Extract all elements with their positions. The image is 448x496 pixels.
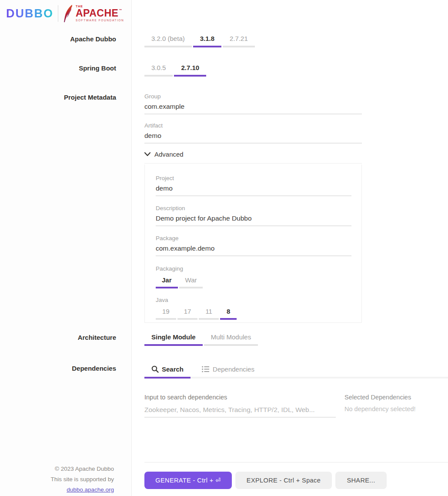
- architecture-tab-single-module[interactable]: Single Module: [144, 331, 203, 346]
- dependencies-tabbar: Search Dependencies: [144, 362, 448, 379]
- java-label: Java: [156, 297, 351, 303]
- selected-dependencies-empty-text: No dependency selected!: [344, 406, 445, 412]
- package-field-wrap: Package: [156, 235, 351, 256]
- architecture-tabs: Single Module Multi Modules: [144, 331, 258, 346]
- spring-boot-tab-305[interactable]: 3.0.5: [144, 61, 173, 77]
- description-label: Description: [156, 205, 351, 211]
- dubbo-logo: DUBBO: [6, 7, 53, 20]
- section-label-project-metadata: Project Metadata: [64, 94, 116, 101]
- dubbo-version-tab-2721[interactable]: 2.7.21: [223, 32, 255, 47]
- advanced-label: Advanced: [154, 151, 184, 158]
- search-icon: [151, 365, 159, 373]
- dependencies-tab-dependencies-label: Dependencies: [213, 365, 254, 373]
- project-label: Project: [156, 175, 351, 181]
- spring-boot-tab-2710[interactable]: 2.7.10: [174, 61, 206, 77]
- apache-logo: THE APACHE™ SOFTWARE FOUNDATION: [63, 4, 124, 23]
- dependencies-tab-search-label: Search: [162, 365, 184, 373]
- artifact-field-wrap: Artifact: [144, 122, 362, 144]
- description-input[interactable]: [156, 214, 351, 226]
- explore-button[interactable]: EXPLORE - Ctrl + Space: [235, 472, 332, 489]
- group-field-wrap: Group: [144, 93, 362, 114]
- share-button[interactable]: SHARE...: [335, 472, 387, 489]
- dubbo-version-tab-320-beta[interactable]: 3.2.0 (beta): [144, 32, 192, 47]
- dependency-search-input[interactable]: [144, 405, 336, 418]
- apache-feather-icon: [63, 4, 74, 23]
- brand-logos: DUBBO THE APACHE™: [6, 4, 124, 23]
- dependency-search-field-wrap: [144, 405, 336, 418]
- footer-divider: [144, 462, 448, 462]
- trademark-symbol: ™: [119, 9, 122, 12]
- sidebar: DUBBO THE APACHE™: [0, 0, 132, 496]
- java-version-tabs: 19 17 11 8: [156, 306, 351, 320]
- selected-dependencies-section: Selected Dependencies No dependency sele…: [344, 394, 445, 412]
- project-field-wrap: Project: [156, 175, 351, 196]
- package-label: Package: [156, 235, 351, 241]
- footer-copyright: © 2023 Apache Dubbo: [55, 466, 114, 472]
- project-input[interactable]: [156, 184, 351, 196]
- section-label-dependencies: Dependencies: [72, 365, 116, 372]
- apache-subtitle-label: SOFTWARE FOUNDATION: [76, 19, 124, 22]
- selected-dependencies-title: Selected Dependencies: [344, 394, 445, 401]
- section-label-apache-dubbo: Apache Dubbo: [70, 35, 116, 43]
- java-tab-19[interactable]: 19: [156, 306, 176, 320]
- artifact-label: Artifact: [144, 122, 362, 129]
- java-group: Java 19 17 11 8: [156, 297, 351, 320]
- footer-link-dubbo-apache-org[interactable]: dubbo.apache.org: [67, 486, 114, 493]
- section-label-architecture: Architecture: [78, 334, 116, 341]
- java-tab-17[interactable]: 17: [177, 306, 198, 320]
- dependencies-tab-dependencies[interactable]: Dependencies: [195, 362, 261, 379]
- chevron-down-icon: [144, 152, 150, 156]
- generate-button[interactable]: GENERATE - Ctrl + ⏎: [144, 472, 232, 489]
- dependency-search-label: Input to search dependencies: [144, 394, 336, 401]
- logo-divider: [58, 5, 58, 22]
- group-label: Group: [144, 93, 362, 100]
- footer-support-text: This site is supported by: [50, 476, 114, 483]
- section-label-spring-boot: Spring Boot: [79, 64, 116, 72]
- apache-wordmark: THE APACHE™ SOFTWARE FOUNDATION: [76, 5, 124, 22]
- packaging-label: Packaging: [156, 265, 351, 272]
- spring-boot-version-tabs: 3.0.5 2.7.10: [144, 61, 206, 77]
- packaging-tab-jar[interactable]: Jar: [156, 275, 178, 288]
- packaging-tab-war[interactable]: War: [179, 275, 203, 288]
- list-icon: [202, 366, 210, 372]
- dependencies-tab-search[interactable]: Search: [144, 362, 191, 379]
- java-tab-8[interactable]: 8: [220, 306, 237, 320]
- package-input[interactable]: [156, 244, 351, 256]
- dubbo-version-tab-318[interactable]: 3.1.8: [193, 32, 221, 47]
- java-tab-11[interactable]: 11: [199, 306, 219, 320]
- advanced-panel: Project Description Package Packaging Ja…: [144, 164, 362, 323]
- apache-name-label: APACHE™: [76, 8, 124, 18]
- artifact-input[interactable]: [144, 131, 362, 144]
- dubbo-initializer-app: DUBBO THE APACHE™: [0, 0, 448, 496]
- description-field-wrap: Description: [156, 205, 351, 226]
- packaging-group: Packaging Jar War: [156, 265, 351, 288]
- architecture-tab-multi-modules[interactable]: Multi Modules: [204, 331, 258, 346]
- group-input[interactable]: [144, 102, 362, 114]
- packaging-tabs: Jar War: [156, 275, 351, 288]
- dependency-search-section: Input to search dependencies: [144, 394, 336, 418]
- dubbo-version-tabs: 3.2.0 (beta) 3.1.8 2.7.21: [144, 32, 255, 47]
- advanced-toggle[interactable]: Advanced: [144, 151, 362, 164]
